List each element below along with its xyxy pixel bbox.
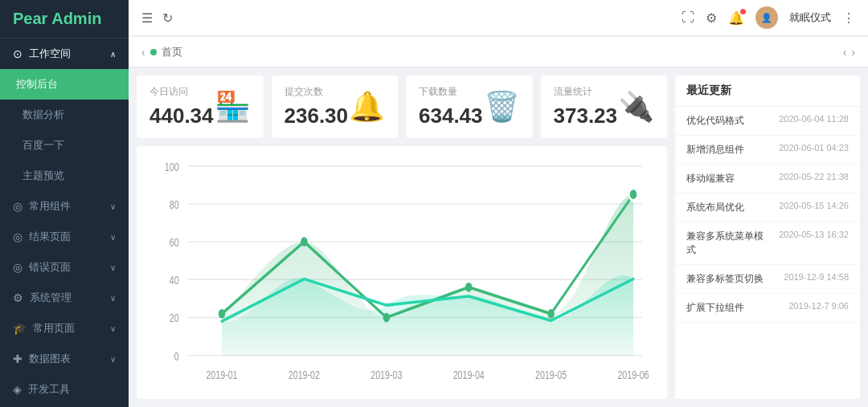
sidebar-item-result[interactable]: ◎ 结果页面 ∨: [0, 222, 129, 252]
topbar-right: ⛶ ⚙ 🔔 👤 就眠仪式 ⋮: [682, 6, 855, 29]
stat-visits-icon: 🏪: [215, 90, 251, 124]
item-name-6: 扩展下拉组件: [686, 301, 782, 315]
chart-dot: [383, 313, 391, 323]
notification-bell[interactable]: 🔔: [728, 10, 744, 26]
main-content: ☰ ↻ ⛶ ⚙ 🔔 👤 就眠仪式 ⋮ ‹ 首页 ‹ ›: [129, 0, 868, 407]
item-date-2: 2020-05-22 21:38: [779, 172, 849, 181]
stat-traffic-value: 373.23: [554, 104, 618, 128]
baidu-label: 百度一下: [23, 139, 64, 151]
error-label: 错误页面: [29, 260, 71, 275]
error-icon: ◎: [13, 261, 23, 274]
dashboard-label: 控制后台: [16, 78, 58, 90]
list-item: 移动端兼容 2020-05-22 21:38: [675, 165, 860, 193]
result-label: 结果页面: [29, 230, 71, 244]
content-left: 今日访问 440.34 🏪 提交次数 236.30 🔔 下载数量 634.4: [137, 75, 667, 399]
svg-text:0: 0: [174, 349, 179, 363]
system-label: 系统管理: [30, 291, 72, 305]
nav-prev[interactable]: ‹: [843, 46, 847, 59]
sidebar-item-system[interactable]: ⚙ 系统管理 ∨: [0, 283, 129, 313]
chart-dot: [547, 309, 555, 319]
chart-dot: [465, 283, 473, 292]
settings-icon[interactable]: ⚙: [706, 10, 717, 26]
sidebar-item-dashboard[interactable]: 控制后台: [0, 69, 129, 100]
topbar-left: ☰ ↻: [141, 10, 173, 26]
system-icon: ⚙: [13, 291, 23, 304]
stat-card-traffic: 流量统计 373.23 🔌: [541, 75, 668, 138]
stat-card-visits: 今日访问 440.34 🏪: [137, 75, 264, 138]
stat-card-submissions: 提交次数 236.30 🔔: [272, 75, 399, 138]
sidebar-item-charts[interactable]: ✚ 数据图表 ∨: [0, 344, 129, 374]
svg-text:20: 20: [170, 311, 179, 325]
sidebar-item-baidu[interactable]: 百度一下: [0, 130, 129, 161]
item-date-4: 2020-05-13 16:32: [779, 230, 849, 239]
more-icon[interactable]: ⋮: [842, 10, 855, 26]
item-name-3: 系统布局优化: [686, 201, 772, 214]
devtools-label: 开发工具: [28, 382, 70, 397]
sidebar-item-devtools[interactable]: ◈ 开发工具: [0, 374, 129, 405]
breadcrumb-dot: [150, 49, 157, 55]
sidebar-item-pages[interactable]: 🎓 常用页面 ∨: [0, 313, 129, 344]
stat-card-visits-info: 今日访问 440.34: [149, 85, 214, 128]
list-item: 新增消息组件 2020-06-01 04:23: [675, 136, 860, 165]
theme-label: 主题预览: [23, 169, 64, 181]
right-panel-list: 优化代码格式 2020-06-04 11:28 新增消息组件 2020-06-0…: [675, 107, 860, 399]
content-area: 今日访问 440.34 🏪 提交次数 236.30 🔔 下载数量 634.4: [129, 67, 868, 407]
stat-card-traffic-info: 流量统计 373.23: [554, 85, 618, 128]
item-date-1: 2020-06-01 04:23: [779, 143, 849, 153]
item-name-1: 新增消息组件: [686, 143, 772, 157]
avatar[interactable]: 👤: [755, 6, 778, 29]
right-panel: 最近更新 优化代码格式 2020-06-04 11:28 新增消息组件 2020…: [675, 75, 860, 399]
sidebar-workspace-label: 工作空间: [29, 47, 71, 61]
sidebar-item-theme[interactable]: 主题预览: [0, 161, 129, 191]
item-date-0: 2020-06-04 11:28: [779, 114, 849, 124]
stat-submissions-label: 提交次数: [285, 85, 349, 99]
breadcrumb-home[interactable]: 首页: [162, 45, 182, 59]
pages-icon: 🎓: [13, 322, 27, 335]
breadcrumb-bar: ‹ 首页 ‹ ›: [129, 37, 868, 67]
item-date-6: 2019-12-7 9:06: [788, 301, 849, 311]
result-chevron: ∨: [110, 233, 116, 242]
app-title: Pear Admin: [13, 10, 101, 27]
sidebar-workspace-group[interactable]: ⊙ 工作空间 ∧: [0, 39, 129, 69]
stat-submissions-value: 236.30: [285, 104, 349, 128]
topbar: ☰ ↻ ⛶ ⚙ 🔔 👤 就眠仪式 ⋮: [129, 0, 868, 36]
item-date-3: 2020-05-15 14:26: [779, 201, 849, 210]
list-item: 兼容多系统菜单模式 2020-05-13 16:32: [675, 222, 860, 265]
chart-dot: [301, 237, 308, 246]
charts-label: 数据图表: [29, 352, 71, 366]
right-panel-title: 最近更新: [675, 75, 860, 107]
charts-chevron: ∨: [110, 355, 116, 364]
stat-traffic-label: 流量统计: [554, 85, 618, 99]
list-item: 扩展下拉组件 2019-12-7 9:06: [675, 294, 860, 323]
item-name-5: 兼容多标签页切换: [686, 272, 777, 286]
breadcrumb-right: ‹ ›: [843, 46, 855, 59]
avatar-image: 👤: [761, 13, 772, 23]
list-item: 优化代码格式 2020-06-04 11:28: [675, 107, 860, 136]
pages-chevron: ∨: [110, 324, 116, 333]
stat-downloads-value: 634.43: [419, 104, 483, 128]
sidebar-item-error[interactable]: ◎ 错误页面 ∨: [0, 252, 129, 283]
item-name-0: 优化代码格式: [686, 114, 772, 128]
stat-submissions-icon: 🔔: [349, 90, 385, 124]
stat-downloads-icon: 🗑️: [484, 90, 520, 124]
breadcrumb-back[interactable]: ‹: [141, 46, 145, 59]
nav-next[interactable]: ›: [851, 46, 855, 59]
sidebar-logo: Pear Admin: [0, 0, 129, 39]
menu-toggle-icon[interactable]: ☰: [141, 10, 153, 26]
stat-visits-value: 440.34: [149, 104, 214, 128]
stat-card-submissions-info: 提交次数 236.30: [285, 85, 349, 128]
components-icon: ◎: [13, 200, 23, 213]
item-name-2: 移动端兼容: [686, 172, 772, 185]
sidebar-item-components[interactable]: ◎ 常用组件 ∨: [0, 191, 129, 222]
workspace-icon: ⊙: [13, 47, 23, 60]
refresh-icon[interactable]: ↻: [162, 10, 173, 26]
svg-text:60: 60: [170, 235, 179, 249]
stat-traffic-icon: 🔌: [618, 90, 654, 124]
stat-downloads-label: 下载数量: [419, 85, 483, 99]
list-item: 系统布局优化 2020-05-15 14:26: [675, 193, 860, 222]
components-chevron: ∨: [110, 202, 116, 211]
item-date-5: 2019-12-9 14:58: [784, 272, 849, 282]
sidebar-item-data[interactable]: 数据分析: [0, 100, 129, 130]
fullscreen-icon[interactable]: ⛶: [682, 10, 694, 25]
workspace-chevron: ∧: [110, 50, 116, 59]
